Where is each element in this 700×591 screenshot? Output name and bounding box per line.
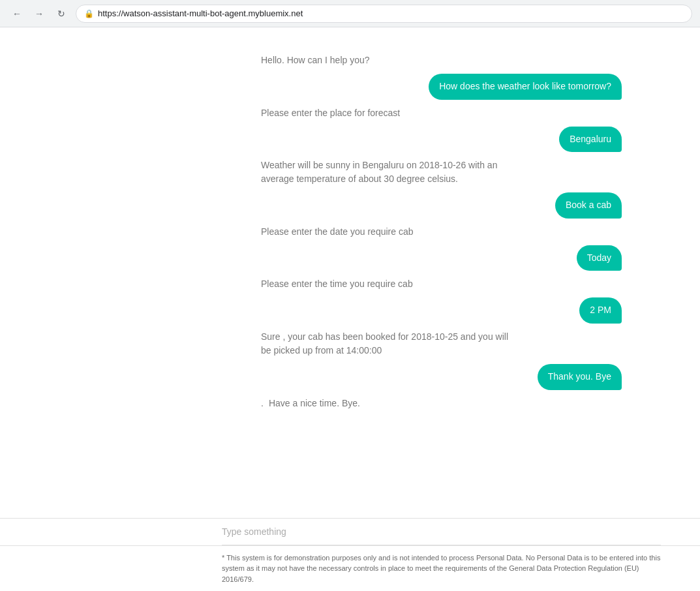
bot-message: Weather will be sunny in Bengaluru on 20… bbox=[261, 159, 509, 186]
message-row: Sure , your cab has been booked for 2018… bbox=[39, 330, 661, 357]
message-row: Bengaluru bbox=[39, 127, 661, 153]
message-row: Hello. How can I help you? bbox=[39, 53, 661, 67]
message-row: 2 PM bbox=[39, 297, 661, 324]
message-row: Thank you. Bye bbox=[39, 364, 661, 390]
url-text: https://watson-assistant-multi-bot-agent… bbox=[98, 8, 303, 18]
chat-input[interactable] bbox=[222, 519, 661, 545]
user-bubble: Thank you. Bye bbox=[538, 364, 622, 390]
page-container: Hello. How can I help you? How does the … bbox=[0, 27, 700, 591]
dot-indicator: . bbox=[261, 398, 264, 408]
bot-message: Please enter the date you require cab bbox=[261, 225, 414, 239]
browser-toolbar: ← → ↻ 🔒 https://watson-assistant-multi-b… bbox=[0, 0, 700, 27]
forward-button[interactable]: → bbox=[30, 5, 48, 23]
message-row: Please enter the date you require cab bbox=[39, 225, 661, 239]
back-button[interactable]: ← bbox=[8, 5, 26, 23]
chat-messages: Hello. How can I help you? How does the … bbox=[0, 53, 700, 410]
reload-button[interactable]: ↻ bbox=[52, 5, 70, 23]
user-bubble: 2 PM bbox=[579, 297, 622, 324]
address-bar[interactable]: 🔒 https://watson-assistant-multi-bot-age… bbox=[76, 5, 692, 23]
message-row: Book a cab bbox=[39, 192, 661, 219]
bot-message: Have a nice time. Bye. bbox=[269, 397, 360, 410]
user-bubble: Book a cab bbox=[555, 192, 622, 219]
bot-message: Hello. How can I help you? bbox=[261, 53, 370, 67]
input-area bbox=[0, 518, 700, 545]
user-bubble: Bengaluru bbox=[559, 127, 622, 153]
bot-message: Sure , your cab has been booked for 2018… bbox=[261, 330, 509, 357]
chat-area: Hello. How can I help you? How does the … bbox=[0, 27, 700, 518]
nav-controls: ← → ↻ bbox=[8, 5, 70, 23]
user-bubble: How does the weather look like tomorrow? bbox=[429, 74, 622, 100]
disclaimer: * This system is for demonstration purpo… bbox=[0, 545, 700, 592]
bot-message: Please enter the time you require cab bbox=[261, 277, 413, 291]
lock-icon: 🔒 bbox=[84, 9, 94, 18]
bot-message: Please enter the place for forecast bbox=[261, 106, 400, 120]
message-row: How does the weather look like tomorrow? bbox=[39, 74, 661, 100]
message-row: Weather will be sunny in Bengaluru on 20… bbox=[39, 159, 661, 186]
message-row: . Have a nice time. Bye. bbox=[39, 397, 661, 410]
message-row: Today bbox=[39, 245, 661, 271]
message-row: Please enter the time you require cab bbox=[39, 277, 661, 291]
user-bubble: Today bbox=[577, 245, 622, 271]
message-row: Please enter the place for forecast bbox=[39, 106, 661, 120]
